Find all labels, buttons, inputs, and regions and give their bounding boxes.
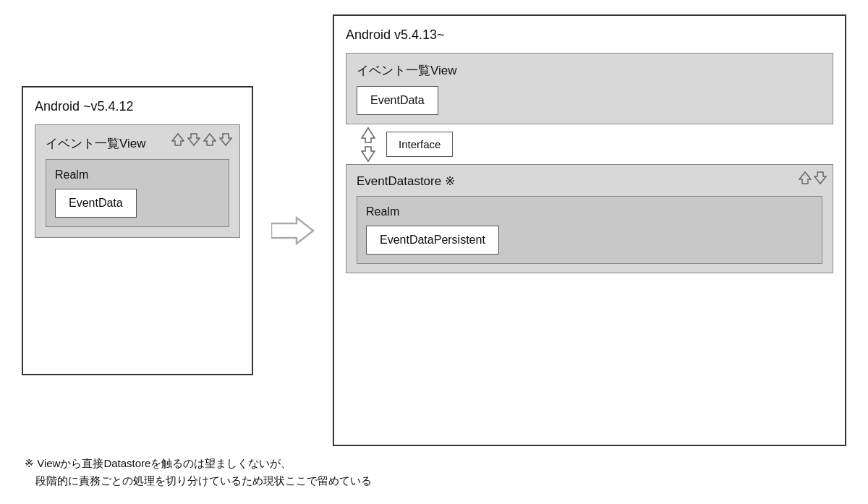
double-arrow-section: Interface: [346, 124, 833, 164]
right-realm-label: Realm: [366, 205, 813, 218]
svg-marker-1: [188, 134, 200, 145]
svg-marker-5: [362, 128, 375, 142]
footer-note: ※ Viewから直接Datastoreを触るのは望ましくないが、 段階的に責務ご…: [22, 455, 846, 490]
left-realm-box: Realm EventData: [46, 159, 229, 227]
right-realm-box: Realm EventDataPersistent: [357, 196, 822, 264]
footer-line2: 段階的に責務ごとの処理を切り分けているため現状ここで留めている: [25, 472, 846, 490]
right-event-view-label: イベント一覧View: [357, 62, 822, 79]
svg-marker-6: [362, 147, 375, 161]
left-diagram: Android ~v5.4.12 イベント一覧View Realm: [22, 86, 253, 375]
left-arrow-icons: [171, 132, 232, 147]
up-arrow-icon-2: [203, 132, 216, 147]
svg-marker-4: [271, 218, 313, 244]
eventdatastore-title: EventDatastore ※: [357, 174, 822, 189]
eventdatastore-label: EventDatastore ※: [357, 174, 455, 188]
right-eventdata-top-box: EventData: [357, 86, 438, 115]
diagrams-row: Android ~v5.4.12 イベント一覧View Realm: [22, 14, 846, 446]
svg-marker-2: [204, 134, 216, 145]
right-arrow-icons: [799, 171, 827, 185]
right-eventdatapersistent-box: EventDataPersistent: [366, 226, 499, 255]
double-arrow-icon: [360, 127, 376, 163]
interface-box: Interface: [386, 132, 453, 157]
right-column: イベント一覧View EventData Interface EventData…: [346, 53, 833, 458]
transition-arrow: [268, 216, 318, 245]
left-diagram-title: Android ~v5.4.12: [35, 99, 240, 114]
right-diagram-title: Android v5.4.13~: [346, 27, 833, 43]
svg-marker-3: [220, 134, 231, 145]
left-event-view-box: イベント一覧View Realm EventData: [35, 124, 240, 238]
svg-marker-8: [814, 172, 826, 184]
up-arrow-icon-1: [171, 132, 184, 147]
left-eventdata-box: EventData: [55, 189, 137, 218]
svg-marker-7: [799, 172, 811, 184]
right-event-view-box: イベント一覧View EventData: [346, 53, 833, 124]
down-arrow-icon-r: [814, 171, 827, 185]
right-diagram: Android v5.4.13~ イベント一覧View EventData In…: [333, 14, 846, 446]
down-arrow-icon-2: [219, 132, 232, 147]
left-realm-label: Realm: [55, 168, 220, 181]
eventdatastore-box: EventDatastore ※ Realm EventDataPersi: [346, 164, 833, 273]
svg-marker-0: [172, 134, 184, 145]
down-arrow-icon-1: [187, 132, 200, 147]
up-arrow-icon-r: [799, 171, 812, 185]
big-right-arrow-icon: [271, 216, 315, 245]
